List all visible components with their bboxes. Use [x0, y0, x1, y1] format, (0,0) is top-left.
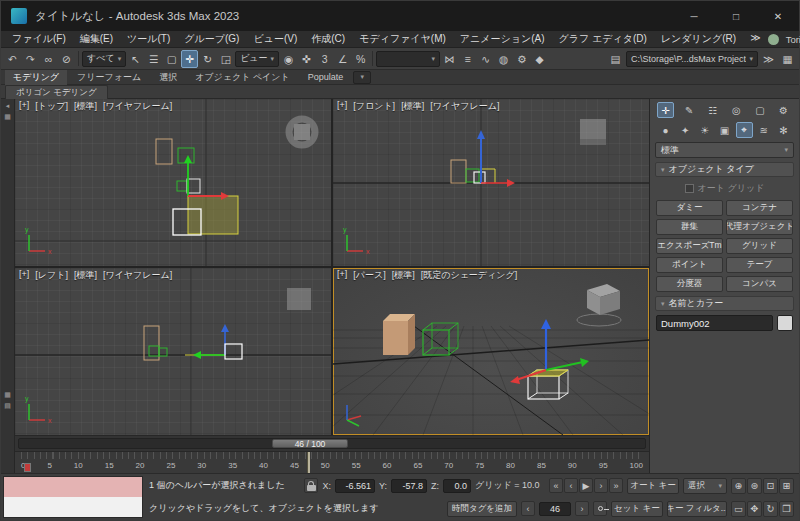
delegate-button[interactable]: 代理オブジェクト — [726, 219, 793, 235]
viewport-front[interactable]: [+] [フロント] [標準] [ワイヤフレーム] — [333, 99, 649, 266]
viewport-standard-label[interactable]: [標準] — [392, 269, 415, 282]
green-box-object[interactable] — [466, 169, 479, 182]
next-frame-spinner[interactable]: › — [575, 501, 589, 516]
keyframe-marker[interactable] — [24, 463, 31, 472]
select-by-name-icon[interactable]: ☰ — [145, 50, 162, 68]
move-gizmo[interactable] — [477, 130, 515, 187]
viewport-layout-tab-icon[interactable]: ▦ — [4, 113, 11, 121]
zoom-extents-all-icon[interactable]: ⊞ — [779, 478, 794, 494]
trackbar-tick[interactable]: 85 — [537, 461, 546, 470]
y-coordinate-field[interactable]: -57.8 — [391, 479, 427, 493]
object-color-swatch[interactable] — [777, 315, 793, 331]
redo-icon[interactable]: ↷ — [22, 50, 39, 68]
render-setup-icon[interactable]: ⚙ — [513, 50, 530, 68]
trackbar-tick[interactable]: 20 — [136, 461, 145, 470]
selection-filter-dropdown[interactable]: すべて ▾ — [82, 51, 126, 67]
ribbon-dropdown-icon[interactable]: ▾ — [353, 71, 371, 84]
viewport-menu-button[interactable]: [+] — [337, 269, 347, 282]
trackbar-tick[interactable]: 80 — [506, 461, 515, 470]
autogrid-checkbox[interactable] — [685, 184, 694, 193]
trackbar-tick[interactable]: 70 — [444, 461, 453, 470]
select-move-icon[interactable]: ✛ — [181, 50, 198, 68]
geometry-category-icon[interactable]: ● — [657, 122, 674, 138]
motion-tab-icon[interactable]: ◎ — [728, 102, 745, 118]
object-name-field[interactable]: Dummy002 — [656, 315, 773, 331]
viewport-canvas[interactable] — [333, 268, 649, 435]
viewport-shading-label[interactable]: [ワイヤフレーム] — [103, 100, 172, 113]
key-filters-button[interactable]: キー フィルタ... — [667, 501, 727, 517]
close-button[interactable]: ✕ — [757, 1, 799, 31]
viewport-canvas[interactable]: x y — [333, 99, 649, 266]
current-frame-marker[interactable] — [307, 452, 310, 475]
undo-icon[interactable]: ↶ — [4, 50, 21, 68]
viewport-perspective[interactable]: [+] [パース] [標準] [既定のシェーディング] — [333, 268, 649, 435]
add-time-tag-button[interactable]: 時間タグを追加 — [447, 501, 517, 517]
minimize-button[interactable]: ─ — [673, 1, 715, 31]
box-object[interactable] — [451, 160, 466, 183]
unlink-icon[interactable]: ⊘ — [58, 50, 75, 68]
modify-tab-icon[interactable]: ✎ — [681, 102, 698, 118]
tab-populate[interactable]: Populate — [300, 70, 352, 85]
polygon-modeling-tab[interactable]: ポリゴン モデリング — [5, 85, 108, 99]
trackbar-tick[interactable]: 30 — [197, 461, 206, 470]
viewport-pov-label[interactable]: [パース] — [353, 269, 385, 282]
shapes-category-icon[interactable]: ✦ — [677, 122, 694, 138]
snap-toggle-3d-icon[interactable]: 3 — [316, 50, 333, 68]
go-to-start-button[interactable]: « — [549, 478, 563, 493]
grid-button[interactable]: グリッド — [726, 238, 793, 254]
tab-freeform[interactable]: フリーフォーム — [69, 70, 149, 85]
move-gizmo[interactable] — [185, 324, 229, 359]
curve-editor-icon[interactable]: ∿ — [477, 50, 494, 68]
select-object-icon[interactable]: ↖ — [127, 50, 144, 68]
viewport-left[interactable]: [+] [レフト] [標準] [ワイヤフレーム] — [15, 268, 331, 435]
trackbar-tick[interactable]: 25 — [166, 461, 175, 470]
go-to-end-button[interactable]: » — [609, 478, 623, 493]
z-coordinate-field[interactable]: 0.0 — [443, 479, 471, 493]
material-editor-icon[interactable]: ◍ — [495, 50, 512, 68]
pan-icon[interactable]: ✥ — [747, 501, 762, 517]
select-manipulate-icon[interactable]: ✜ — [298, 50, 315, 68]
trackbar-tick[interactable]: 95 — [599, 461, 608, 470]
space-warps-category-icon[interactable]: ≋ — [755, 122, 772, 138]
menu-group[interactable]: グループ(G) — [177, 32, 246, 46]
auto-key-button[interactable]: オート キー — [627, 478, 679, 494]
select-scale-icon[interactable]: ◲ — [217, 50, 234, 68]
menu-rendering[interactable]: レンダリング(R) — [654, 32, 743, 46]
selection-region-icon[interactable]: ▢ — [163, 50, 180, 68]
protractor-button[interactable]: 分度器 — [656, 276, 723, 292]
play-button[interactable]: ▶ — [579, 478, 593, 493]
viewport-top[interactable]: [+] [トップ] [標準] [ワイヤフレーム] — [15, 99, 331, 266]
viewcube[interactable] — [577, 284, 621, 326]
menu-file[interactable]: ファイル(F) — [5, 32, 73, 46]
container-button[interactable]: コンテナ — [726, 200, 793, 216]
time-slider-handle[interactable]: 46 / 100 — [272, 439, 348, 448]
viewport-pov-label[interactable]: [トップ] — [35, 100, 68, 113]
reference-coordinate-dropdown[interactable]: ビュー ▾ — [235, 51, 279, 67]
previous-frame-spinner[interactable]: ‹ — [521, 501, 535, 516]
helper-category-dropdown[interactable]: 標準 ▾ — [655, 142, 794, 158]
zoom-icon[interactable]: ⊕ — [731, 478, 746, 494]
signed-in-user[interactable]: Tori iPentec — [786, 34, 800, 45]
tape-button[interactable]: テープ — [726, 257, 793, 273]
systems-category-icon[interactable]: ✻ — [775, 122, 792, 138]
viewport-canvas[interactable]: x y — [15, 99, 331, 266]
box-object[interactable] — [156, 139, 172, 164]
viewport-pov-label[interactable]: [レフト] — [35, 269, 68, 282]
viewport-shading-label[interactable]: [既定のシェーディング] — [421, 269, 517, 282]
menu-animation[interactable]: アニメーション(A) — [453, 32, 552, 46]
display-tab-icon[interactable]: ▢ — [751, 102, 768, 118]
viewcube[interactable] — [289, 119, 315, 145]
track-bar[interactable]: 0510152025303540455055606570758085909510… — [15, 451, 649, 475]
box-object[interactable] — [383, 314, 415, 355]
listener-script-pane[interactable] — [4, 497, 142, 517]
menu-create[interactable]: 作成(C) — [304, 32, 352, 46]
named-selection-sets-dropdown[interactable]: ▾ — [376, 51, 440, 67]
viewport-shading-label[interactable]: [ワイヤフレーム] — [430, 100, 499, 113]
user-avatar[interactable] — [768, 34, 779, 45]
trackbar-tick[interactable]: 60 — [383, 461, 392, 470]
viewport-tab-arrow-icon[interactable]: ◂ — [6, 102, 10, 110]
trackbar-tick[interactable]: 90 — [568, 461, 577, 470]
trackbar-tick[interactable]: 10 — [74, 461, 83, 470]
previous-frame-button[interactable]: ‹ — [564, 478, 578, 493]
trackbar-tick[interactable]: 5 — [47, 461, 51, 470]
